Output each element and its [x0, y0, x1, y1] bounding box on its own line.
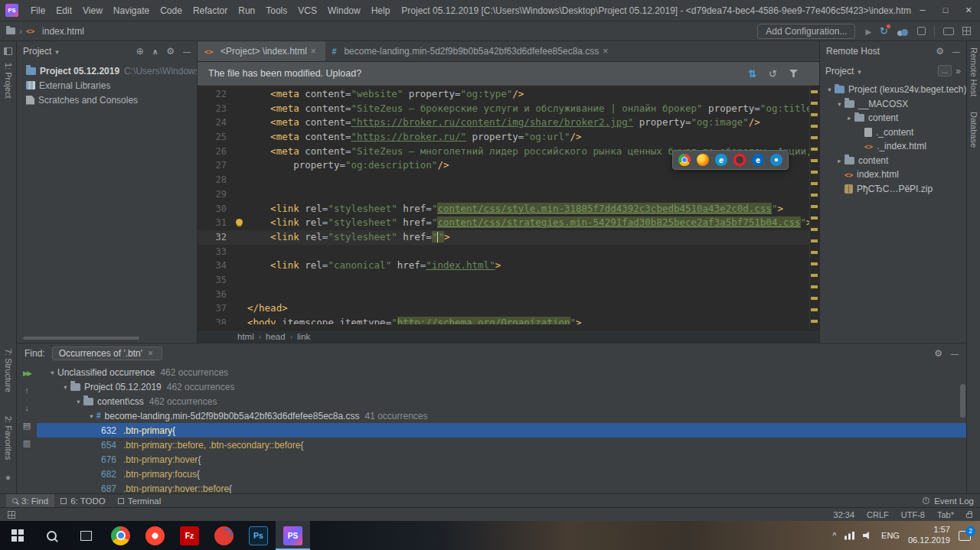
- package-icon[interactable]: [917, 27, 926, 35]
- menu-edit[interactable]: Edit: [51, 0, 77, 21]
- find-group-row[interactable]: Unclassified occurrence462 occurrences: [37, 365, 966, 379]
- locate-icon[interactable]: [136, 47, 144, 56]
- menu-view[interactable]: View: [77, 0, 108, 21]
- favorites-star-icon[interactable]: [5, 474, 11, 482]
- project-tree-item[interactable]: External Libraries: [17, 78, 197, 93]
- tree-arrow-icon[interactable]: [47, 369, 57, 376]
- code-line-23[interactable]: 23 <meta content="SiteZeus — брокерские …: [198, 102, 819, 116]
- menu-help[interactable]: Help: [366, 0, 396, 21]
- remote-tree-row[interactable]: content: [820, 111, 966, 125]
- minimize-icon[interactable]: [911, 0, 934, 21]
- task-view-button[interactable]: [69, 521, 103, 550]
- layout-grid-icon[interactable]: [962, 27, 971, 35]
- find-result-row[interactable]: 682.btn-primary:focus {: [37, 467, 966, 481]
- code-line-36[interactable]: 36: [198, 288, 819, 302]
- breadcrumb-item[interactable]: html: [234, 332, 257, 341]
- breadcrumb-item[interactable]: link: [294, 332, 313, 341]
- editor-tab[interactable]: become-landing.min-5d2f9b9b0b5a42bf63d6d…: [325, 41, 617, 61]
- menu-navigate[interactable]: Navigate: [108, 0, 155, 21]
- users-icon[interactable]: [897, 27, 909, 36]
- code-line-30[interactable]: 30 <link rel="stylesheet" href="content/…: [198, 202, 819, 216]
- vertical-scrollbar[interactable]: [960, 384, 965, 418]
- taskbar-app-phpstorm[interactable]: PS: [276, 521, 310, 550]
- collapse-down-icon[interactable]: [24, 404, 29, 412]
- caret-position[interactable]: 32:34: [834, 510, 855, 519]
- tree-arrow-icon[interactable]: [60, 383, 70, 391]
- run-icon[interactable]: [865, 26, 871, 37]
- tool-window-icon[interactable]: [4, 47, 12, 55]
- tree-arrow-icon[interactable]: [835, 157, 844, 164]
- breadcrumb[interactable]: index.html: [42, 26, 84, 37]
- upload-sync-icon[interactable]: [748, 68, 756, 80]
- breadcrumb-item[interactable]: head: [263, 332, 289, 341]
- close-icon[interactable]: [311, 46, 318, 57]
- remote-tree-row[interactable]: content: [820, 154, 966, 168]
- find-result-row[interactable]: 632.btn-primary {: [37, 423, 966, 438]
- remote-monitor-icon[interactable]: [943, 28, 954, 35]
- add-configuration-button[interactable]: Add Configuration...: [757, 24, 855, 39]
- remote-tree-row[interactable]: ._content: [820, 125, 966, 140]
- flatten-icon[interactable]: [23, 439, 31, 447]
- code-line-33[interactable]: 33: [198, 245, 819, 259]
- taskbar-app-red-circle[interactable]: [138, 521, 172, 550]
- code-line-35[interactable]: 35: [198, 273, 819, 288]
- tree-arrow-icon[interactable]: [844, 114, 854, 122]
- remote-tree-row[interactable]: ._index.html: [820, 139, 966, 154]
- settings-gear-icon[interactable]: [936, 47, 944, 56]
- menu-refactor[interactable]: Refactor: [188, 0, 233, 21]
- find-group-row[interactable]: Project 05.12.2019462 occurrences: [37, 379, 966, 394]
- line-ending-indicator[interactable]: CRLF: [867, 510, 889, 519]
- remote-server-selector[interactable]: Project: [825, 66, 854, 76]
- sidebar-tab-structure[interactable]: 7: Structure: [4, 349, 13, 392]
- chevron-down-icon[interactable]: [858, 66, 861, 76]
- sidebar-tab-favorites[interactable]: 2: Favorites: [4, 416, 13, 460]
- edge-icon[interactable]: [752, 154, 764, 166]
- find-group-row[interactable]: become-landing.min-5d2f9b9b0b5a42bf63d6d…: [37, 408, 966, 423]
- taskbar-clock[interactable]: 1:57 06.12.2019: [908, 525, 950, 546]
- code-line-38[interactable]: 38<body itemscope itemtype="http://schem…: [198, 316, 819, 324]
- code-line-28[interactable]: 28: [198, 173, 819, 187]
- filter-icon[interactable]: [789, 70, 798, 77]
- project-root-row[interactable]: Project 05.12.2019 C:\Users\Windows\Des: [17, 63, 197, 78]
- sidebar-tab-database[interactable]: Database: [969, 112, 978, 148]
- start-button[interactable]: [0, 521, 34, 550]
- remote-tree-row[interactable]: РђСЂС…РёРІ.zip: [820, 182, 966, 197]
- notification-center-icon[interactable]: 2: [959, 531, 971, 541]
- code-line-37[interactable]: 37</head>: [198, 301, 819, 316]
- code-line-25[interactable]: 25 <meta content="https://broker.ru/" pr…: [198, 130, 819, 145]
- hidden-icons-chevron[interactable]: [832, 532, 836, 540]
- find-result-row[interactable]: 687.btn-primary:hover::before {: [37, 481, 966, 493]
- chrome-icon[interactable]: [678, 154, 691, 166]
- hide-panel-icon[interactable]: [952, 47, 960, 56]
- settings-gear-icon[interactable]: [166, 47, 175, 56]
- close-icon[interactable]: [148, 348, 155, 359]
- menu-window[interactable]: Window: [322, 0, 366, 21]
- vcs-update-icon[interactable]: [880, 25, 888, 37]
- horizontal-scrollbar[interactable]: [23, 337, 139, 340]
- group-by-icon[interactable]: [23, 421, 31, 430]
- error-stripe-scrollbar[interactable]: [809, 86, 819, 330]
- find-result-row[interactable]: 676.btn-primary:hover {: [37, 452, 966, 467]
- event-log-button[interactable]: Event Log: [934, 496, 974, 506]
- menu-file[interactable]: File: [25, 0, 51, 21]
- remote-tree-row[interactable]: __MACOSX: [820, 97, 966, 112]
- hide-panel-icon[interactable]: [951, 349, 959, 358]
- tree-arrow-icon[interactable]: [835, 100, 844, 108]
- readonly-lock-icon[interactable]: [966, 513, 972, 518]
- project-tree-item[interactable]: Scratches and Consoles: [17, 93, 197, 107]
- find-group-row[interactable]: content\css462 occurrences: [37, 394, 966, 408]
- network-icon[interactable]: [844, 532, 854, 540]
- collapse-all-icon[interactable]: [152, 47, 158, 56]
- maximize-icon[interactable]: [934, 0, 957, 21]
- close-icon[interactable]: [957, 0, 980, 21]
- find-result-row[interactable]: 654.btn-primary::before, .btn-secondary:…: [37, 438, 966, 452]
- toolwindow-tab-terminal[interactable]: Terminal: [112, 494, 167, 507]
- toolwindow-tab-6-todo[interactable]: 6: TODO: [54, 494, 112, 507]
- opera-icon[interactable]: [733, 154, 746, 166]
- encoding-indicator[interactable]: UTF-8: [901, 510, 925, 519]
- language-indicator[interactable]: ENG: [881, 531, 900, 540]
- revert-icon[interactable]: [769, 68, 777, 80]
- sidebar-tab-project[interactable]: 1: Project: [4, 63, 13, 98]
- settings-gear-icon[interactable]: [934, 349, 942, 358]
- firefox-icon[interactable]: [697, 154, 709, 166]
